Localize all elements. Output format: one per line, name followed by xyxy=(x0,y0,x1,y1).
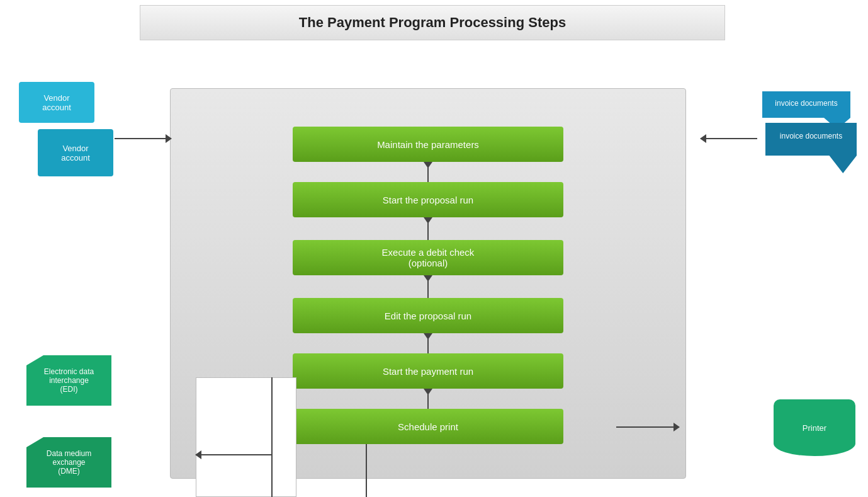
printer-shape: Printer xyxy=(774,399,855,456)
invoice-doc-2: invoice documents xyxy=(765,123,857,173)
arrow-invoice-to-maintain xyxy=(701,138,757,139)
arrow-vendor-to-maintain xyxy=(115,138,171,139)
step-proposal: Start the proposal run xyxy=(293,182,563,217)
step-print: Schedule print xyxy=(293,409,563,444)
arrow-1 xyxy=(427,162,429,182)
vendor-account-2: Vendor account xyxy=(38,129,113,176)
output-box xyxy=(196,377,296,497)
edi-shape: Electronic data interchange (EDI) xyxy=(26,355,111,406)
connector-v2 xyxy=(271,377,273,497)
dme-shape: Data medium exchange (DME) xyxy=(26,437,111,488)
arrow-2 xyxy=(427,217,429,240)
step-debit: Execute a debit check (optional) xyxy=(293,240,563,275)
connector-v xyxy=(366,444,367,497)
page-container: The Payment Program Processing Steps Mai… xyxy=(0,0,868,497)
arrow-to-edi xyxy=(196,454,271,455)
step-edit: Edit the proposal run xyxy=(293,298,563,333)
vendor-account-1: Vendor account xyxy=(19,82,94,123)
step-maintain: Maintain the parameters xyxy=(293,127,563,162)
step-payment: Start the payment run xyxy=(293,353,563,389)
arrow-to-printer xyxy=(616,426,679,428)
arrow-3 xyxy=(427,275,429,298)
title-bar: The Payment Program Processing Steps xyxy=(140,5,725,40)
arrow-5 xyxy=(427,389,429,409)
arrow-4 xyxy=(427,333,429,353)
flow-container: Maintain the parameters Start the propos… xyxy=(170,88,686,479)
page-title: The Payment Program Processing Steps xyxy=(299,14,566,30)
